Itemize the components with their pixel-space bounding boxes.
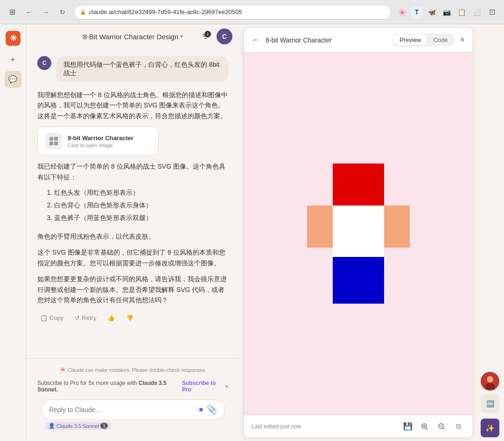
model-name: Claude 3.5 Sonnet (56, 423, 99, 429)
svg-rect-6 (54, 137, 58, 141)
retry-label: Retry (82, 314, 96, 321)
assistant-para5: 如果您想要更复杂的设计或不同的风格，请告诉我，我会很乐意进行调整或创建一个新的版… (37, 274, 229, 305)
attach-btn[interactable]: 📎 (207, 405, 217, 415)
input-area: 📎 👤 Claude 3.5 Sonnet 1 (34, 396, 232, 437)
copy-icon: 📋 (40, 314, 48, 321)
footer-zoom-in-btn[interactable] (418, 420, 431, 433)
extensions-btn[interactable]: ⊡ (485, 6, 498, 19)
input-box: 📎 (41, 399, 225, 420)
claude-logo[interactable]: ✳ (5, 30, 21, 47)
artifact-subtitle-text: Click to open image (68, 142, 151, 148)
sidebar-toggle-btn[interactable]: ⊞ (6, 6, 19, 19)
svg-rect-9 (333, 164, 384, 206)
ext-icon-6[interactable]: ⬜ (470, 6, 483, 18)
svg-rect-8 (54, 142, 58, 145)
tab-preview[interactable]: Preview (394, 35, 427, 45)
panel-back-btn[interactable]: ← (252, 35, 260, 45)
user-message-avatar: C (37, 56, 51, 70)
artifact-info: 8-bit Warrior Character Click to open im… (68, 135, 151, 148)
feature-item-2: 白色背心（用白色矩形表示身体） (54, 200, 229, 210)
artifact-content (244, 52, 472, 415)
model-selector: 👤 Claude 3.5 Sonnet 1 (41, 420, 225, 432)
subscribe-pro-link[interactable]: Subscribe to Pro (182, 380, 225, 393)
chat-title-text: 8-Bit Warrior Character Design (83, 33, 179, 41)
recent-chat-1[interactable]: 💬 (5, 71, 21, 88)
close-banner-btn[interactable]: × (225, 383, 229, 390)
thumbs-down-icon: 👎 (126, 314, 133, 321)
filter-btn[interactable]: 1 (198, 29, 213, 44)
reload-btn[interactable]: ↻ (56, 6, 69, 19)
browser-extensions: 🌸 T 🦋 📷 📋 ⬜ ⊡ (396, 6, 498, 19)
ext-icon-1[interactable]: 🌸 (396, 6, 408, 18)
copy-btn[interactable]: 📋 Copy (37, 313, 66, 323)
svg-line-20 (443, 427, 445, 429)
footer-save-btn[interactable]: 💾 (401, 420, 414, 433)
browser-chrome: ⊞ ← → ↻ 🔒 claude.ai/chat/62e32499-7d59-4… (0, 0, 504, 24)
svg-rect-7 (49, 142, 53, 145)
svg-point-22 (487, 376, 493, 383)
user-message: C 我想用代码做一个蓝色裤子，白背心，红色头发的 8bit 战士 (37, 56, 229, 82)
footer-zoom-out-btn[interactable] (435, 420, 448, 433)
filter-badge: 1 (204, 31, 211, 37)
pro-banner-text: Subscribe to Pro for 5x more usage with … (37, 380, 182, 393)
url-text: claude.ai/chat/62e32499-7d59-41fe-ac9c-2… (89, 8, 242, 15)
warrior-svg (288, 135, 428, 332)
copy-label: Copy (49, 314, 63, 321)
footer-last-edited: Last edited just now (252, 423, 398, 430)
bottom-bar: ✳ Claude can make mistakes. Please doubl… (26, 358, 240, 441)
forward-btn[interactable]: → (39, 6, 52, 19)
messages-list: C 我想用代码做一个蓝色裤子，白背心，红色头发的 8bit 战士 我理解您想创建… (26, 49, 240, 358)
chevron-down-icon: ▾ (180, 33, 183, 40)
right-edge: 🔤 ✨ (476, 24, 504, 441)
footer-copy-btn[interactable]: ⧉ (452, 420, 465, 433)
panel-tabs: Preview Code (393, 34, 454, 46)
panel-title-text: 8-bit Warrior Character (266, 36, 387, 44)
thumbs-down-btn[interactable]: 👎 (123, 313, 136, 323)
panel-close-btn[interactable]: × (460, 35, 465, 45)
svg-rect-12 (333, 206, 384, 257)
disclaimer-text: ✳ Claude can make mistakes. Please doubl… (34, 363, 232, 377)
magic-btn[interactable]: ✨ (481, 419, 499, 437)
pro-banner: Subscribe to Pro for 5x more usage with … (34, 377, 232, 396)
ext-icon-2[interactable]: T (411, 6, 423, 18)
model-badge[interactable]: 👤 Claude 3.5 Sonnet 1 (45, 422, 112, 430)
main-layout: ✳ + 💬 8-Bit Warrior Character Design ▾ (0, 24, 504, 441)
feature-item-3: 蓝色裤子（用蓝色矩形表示双腿） (54, 213, 229, 223)
message-actions: 📋 Copy ↺ Retry 👍 👎 (37, 311, 229, 323)
feature-item-1: 红色头发（用红色矩形表示） (54, 188, 229, 198)
chat-header: 8-Bit Warrior Character Design ▾ 1 C (26, 24, 240, 49)
new-chat-btn[interactable]: + (6, 52, 21, 67)
chat-input[interactable] (49, 406, 196, 413)
ext-icon-5[interactable]: 📋 (455, 6, 468, 18)
user-message-bubble: 我想用代码做一个蓝色裤子，白背心，红色头发的 8bit 战士 (56, 56, 229, 82)
artifact-icon (45, 133, 62, 149)
artifact-panel: ← 8-bit Warrior Character Preview Code × (244, 28, 472, 437)
artifact-panel-header: ← 8-bit Warrior Character Preview Code × (244, 28, 472, 52)
assistant-message: 我理解您想创建一个 8 位风格的战士角色。根据您的描述和图像中的风格，我可以为您… (37, 90, 229, 323)
ext-icon-3[interactable]: 🦋 (426, 6, 438, 18)
user-profile-btn[interactable] (481, 372, 499, 391)
feature-list: 红色头发（用红色矩形表示） 白色背心（用白色矩形表示身体） 蓝色裤子（用蓝色矩形… (37, 188, 229, 226)
chat-title[interactable]: 8-Bit Warrior Character Design ▾ (83, 33, 183, 41)
translate-btn[interactable]: 🔤 (481, 394, 499, 413)
model-person-icon: 👤 (49, 423, 55, 429)
tab-code[interactable]: Code (427, 35, 453, 45)
artifact-card[interactable]: 8-bit Warrior Character Click to open im… (37, 127, 159, 156)
retry-icon: ↺ (75, 314, 80, 321)
ext-icon-4[interactable]: 📷 (441, 6, 453, 18)
user-avatar[interactable]: C (217, 28, 232, 44)
svg-rect-13 (333, 257, 384, 304)
back-btn[interactable]: ← (22, 6, 35, 19)
model-count-badge: 1 (100, 423, 108, 429)
input-dot (199, 408, 203, 412)
header-right: 1 C (198, 28, 232, 44)
retry-btn[interactable]: ↺ Retry (72, 313, 99, 323)
assistant-para3: 角色的手臂用浅粉色表示，以代表皮肤。 (37, 231, 229, 242)
svg-text:✳: ✳ (9, 34, 16, 43)
chat-area: 8-Bit Warrior Character Design ▾ 1 C (26, 24, 240, 441)
thumbs-up-btn[interactable]: 👍 (105, 313, 118, 323)
browser-controls: ⊞ ← → ↻ (6, 6, 69, 19)
warrior-display (288, 135, 428, 332)
svg-line-17 (426, 427, 428, 429)
address-bar[interactable]: 🔒 claude.ai/chat/62e32499-7d59-41fe-ac9c… (74, 5, 391, 20)
